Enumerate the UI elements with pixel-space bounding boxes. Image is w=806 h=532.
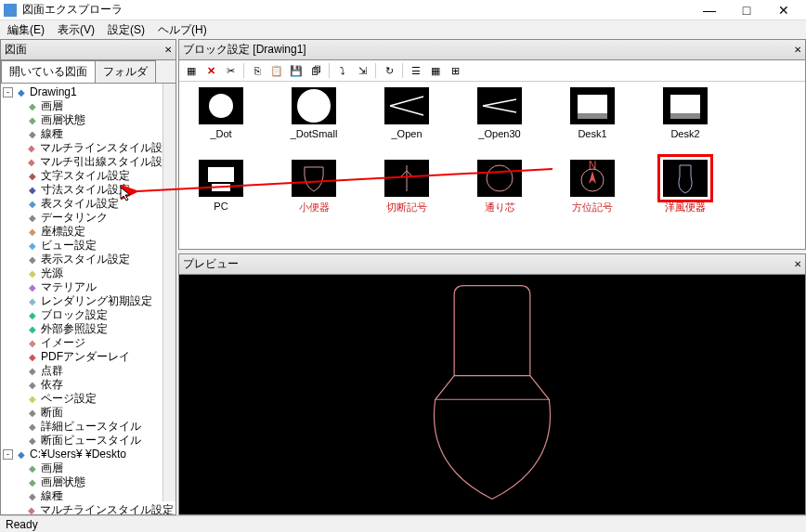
block-thumb bbox=[199, 87, 243, 124]
block-label: _Open30 bbox=[467, 128, 532, 139]
svg-point-1 bbox=[297, 89, 331, 123]
block-item-Desk2[interactable]: Desk2 bbox=[653, 87, 718, 139]
tree-node[interactable]: ◆座標設定 bbox=[1, 225, 176, 239]
block-thumb bbox=[570, 87, 615, 124]
detail-view-icon[interactable]: ⊞ bbox=[447, 62, 463, 79]
block-grid: _Dot_DotSmall_Open_Open30Desk1Desk2PC小便器… bbox=[179, 82, 805, 249]
block-label: PC bbox=[188, 201, 254, 212]
panel-close-icon[interactable]: ✕ bbox=[164, 45, 172, 55]
block-item-_Open[interactable]: _Open bbox=[374, 87, 439, 139]
block-item-_DotSmall[interactable]: _DotSmall bbox=[281, 87, 346, 139]
drawing-panel: 図面 ✕ 開いている図面 フォルダ -◆Drawing1◆画層◆画層状態◆線種◆… bbox=[0, 39, 176, 515]
panel-title-drawing: 図面 ✕ bbox=[1, 40, 176, 60]
new-icon[interactable]: ▦ bbox=[183, 62, 200, 79]
saveall-icon[interactable]: 🗐 bbox=[307, 62, 324, 79]
block-label: 方位記号 bbox=[560, 201, 625, 214]
tree-node[interactable]: ◆画層状態 bbox=[1, 475, 176, 489]
preview-close-icon[interactable]: ✕ bbox=[794, 259, 801, 269]
tree-node[interactable]: ◆依存 bbox=[1, 378, 176, 392]
tree-node[interactable]: ◆ブロック設定 bbox=[1, 308, 176, 322]
window-title: 図面エクスプローラ bbox=[22, 2, 691, 18]
block-panel-label: ブロック設定 [Drawing1] bbox=[183, 42, 306, 58]
tree-node[interactable]: ◆寸法スタイル設定 bbox=[1, 183, 176, 197]
block-item-方位記号[interactable]: N方位記号 bbox=[560, 160, 625, 214]
cut-icon[interactable]: ✂ bbox=[222, 62, 239, 79]
close-button[interactable]: ✕ bbox=[765, 1, 802, 19]
svg-rect-6 bbox=[208, 167, 234, 182]
tree-node[interactable]: ◆詳細ビュースタイル bbox=[1, 420, 176, 434]
tree-node[interactable]: -◆Drawing1 bbox=[1, 85, 176, 99]
tree-node[interactable]: ◆ページ設定 bbox=[1, 392, 176, 406]
block-label: _Open bbox=[374, 128, 439, 139]
block-thumb bbox=[663, 160, 708, 197]
status-bar: Ready bbox=[0, 515, 806, 532]
menu-edit[interactable]: 編集(E) bbox=[4, 21, 48, 39]
tree-node[interactable]: ◆画層 bbox=[1, 461, 176, 475]
tree-node[interactable]: ◆ビュー設定 bbox=[1, 239, 176, 253]
menu-settings[interactable]: 設定(S) bbox=[104, 21, 149, 39]
tree-node[interactable]: ◆データリンク bbox=[1, 211, 176, 225]
tree-node[interactable]: ◆断面 bbox=[1, 406, 176, 420]
block-thumb bbox=[477, 160, 522, 197]
tree-node[interactable]: ◆画層状態 bbox=[1, 113, 176, 127]
tree-node[interactable]: ◆マルチラインスタイル設定 bbox=[1, 141, 176, 155]
tab-open-drawings[interactable]: 開いている図面 bbox=[1, 60, 96, 83]
tree-node[interactable]: ◆PDFアンダーレイ bbox=[1, 350, 176, 364]
block-label: _DotSmall bbox=[281, 128, 346, 139]
maximize-button[interactable]: □ bbox=[728, 1, 765, 19]
menu-help[interactable]: ヘルプ(H) bbox=[154, 21, 211, 39]
svg-rect-5 bbox=[670, 113, 700, 119]
insert-icon[interactable]: ⤵ bbox=[334, 62, 351, 79]
block-label: Desk2 bbox=[653, 128, 718, 139]
block-item-_Open30[interactable]: _Open30 bbox=[467, 87, 532, 139]
tree-node[interactable]: ◆外部参照設定 bbox=[1, 322, 176, 336]
tree-node[interactable]: ◆表スタイル設定 bbox=[1, 197, 176, 211]
block-thumb bbox=[384, 160, 429, 197]
left-tabs: 開いている図面 フォルダ bbox=[1, 60, 176, 84]
tree-node[interactable]: ◆光源 bbox=[1, 266, 176, 280]
tree-node[interactable]: ◆点群 bbox=[1, 364, 176, 378]
tree-node[interactable]: ◆マルチ引出線スタイル設定 bbox=[1, 155, 176, 169]
drawing-tree[interactable]: -◆Drawing1◆画層◆画層状態◆線種◆マルチラインスタイル設定◆マルチ引出… bbox=[1, 84, 176, 514]
refresh-icon[interactable]: ↻ bbox=[381, 62, 397, 79]
tree-node[interactable]: ◆マルチラインスタイル設定 bbox=[1, 503, 176, 514]
tree-node[interactable]: ◆線種 bbox=[1, 127, 176, 141]
panel-title-block: ブロック設定 [Drawing1] ✕ bbox=[179, 40, 805, 60]
menu-bar: 編集(E) 表示(V) 設定(S) ヘルプ(H) bbox=[0, 20, 806, 39]
save-icon[interactable]: 💾 bbox=[288, 62, 305, 79]
ref-icon[interactable]: ⇲ bbox=[354, 62, 370, 79]
preview-canvas[interactable] bbox=[179, 275, 805, 514]
preview-label: プレビュー bbox=[183, 256, 239, 272]
tree-node[interactable]: ◆表示スタイル設定 bbox=[1, 253, 176, 266]
tree-node[interactable]: ◆線種 bbox=[1, 489, 176, 503]
block-item-_Dot[interactable]: _Dot bbox=[188, 87, 254, 139]
tree-scrollbar[interactable] bbox=[162, 84, 176, 501]
block-thumb bbox=[292, 87, 336, 124]
paste-icon[interactable]: 📋 bbox=[268, 62, 285, 79]
tree-node[interactable]: ◆画層 bbox=[1, 99, 176, 113]
tree-node[interactable]: ◆断面ビュースタイル bbox=[1, 434, 176, 448]
tree-node[interactable]: ◆文字スタイル設定 bbox=[1, 169, 176, 183]
tree-node[interactable]: -◆C:¥Users¥ ¥Deskto bbox=[1, 448, 176, 461]
block-item-PC[interactable]: PC bbox=[188, 160, 254, 214]
block-item-通り芯[interactable]: 通り芯 bbox=[467, 160, 532, 214]
block-item-Desk1[interactable]: Desk1 bbox=[560, 87, 625, 139]
block-item-洋風便器[interactable]: 洋風便器 bbox=[653, 160, 718, 214]
block-label: 小便器 bbox=[281, 201, 346, 214]
list-view-icon[interactable]: ☰ bbox=[408, 62, 424, 79]
tree-node[interactable]: ◆イメージ bbox=[1, 336, 176, 350]
block-item-切断記号[interactable]: 切断記号 bbox=[374, 160, 439, 214]
block-item-小便器[interactable]: 小便器 bbox=[281, 160, 346, 214]
svg-text:N: N bbox=[589, 160, 597, 172]
delete-icon[interactable]: ✕ bbox=[202, 62, 219, 79]
copy-icon[interactable]: ⎘ bbox=[249, 62, 266, 79]
tree-node[interactable]: ◆マテリアル bbox=[1, 280, 176, 294]
svg-rect-7 bbox=[212, 184, 230, 191]
tab-folder[interactable]: フォルダ bbox=[95, 60, 156, 83]
menu-view[interactable]: 表示(V) bbox=[54, 21, 98, 39]
minimize-button[interactable]: ― bbox=[691, 1, 728, 19]
grid-view-icon[interactable]: ▦ bbox=[427, 62, 444, 79]
tree-node[interactable]: ◆レンダリング初期設定 bbox=[1, 294, 176, 308]
status-text: Ready bbox=[6, 518, 38, 531]
block-panel-close-icon[interactable]: ✕ bbox=[794, 45, 801, 55]
